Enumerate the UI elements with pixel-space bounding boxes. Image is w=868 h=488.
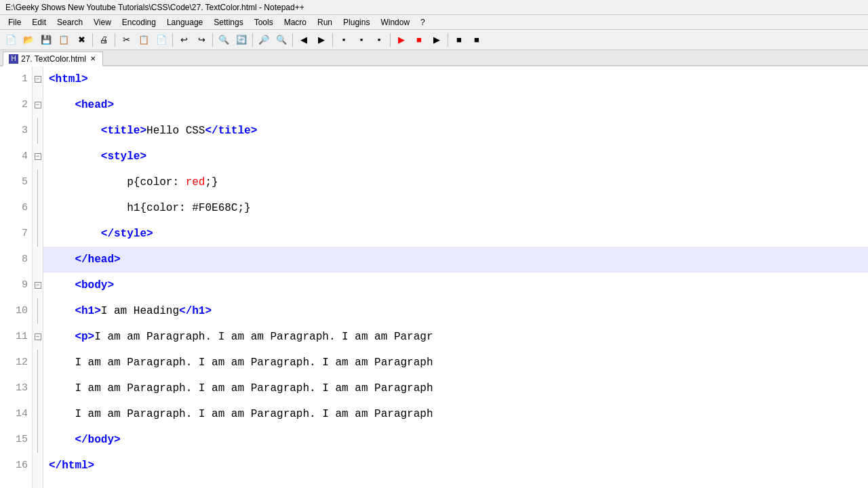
fold-1[interactable]: − — [33, 66, 43, 92]
tb-zoom-out[interactable]: 🔍 — [273, 32, 290, 48]
tab-close-button[interactable]: ✕ — [89, 55, 97, 63]
line-num-8: 8 — [0, 247, 32, 272]
tb-close[interactable]: ✖ — [73, 32, 90, 48]
line-num-7: 7 — [0, 221, 32, 247]
code-indent-2 — [49, 99, 75, 111]
tb-extra2[interactable]: ■ — [469, 32, 485, 48]
tb-prev[interactable]: ◀ — [296, 32, 312, 48]
code-tag-8: </head> — [75, 253, 120, 266]
code-tag-7: </style> — [101, 228, 153, 240]
tb-stop[interactable]: ■ — [411, 32, 427, 48]
tb-marker1[interactable]: ▪ — [336, 32, 352, 48]
code-line-6[interactable]: h1{color: #F0E68C;} — [43, 195, 868, 221]
tb-run[interactable]: ▶ — [393, 32, 410, 48]
fold-5 — [33, 169, 43, 195]
fold-9[interactable]: − — [33, 272, 43, 298]
tb-rec[interactable]: ▶ — [429, 32, 445, 48]
code-tag-10b: </h1> — [179, 305, 212, 317]
code-line-13[interactable]: I am am Paragraph. I am am Paragraph. I … — [43, 375, 868, 401]
code-line-2[interactable]: <head> — [43, 92, 868, 118]
code-text-12: I am am Paragraph. I am am Paragraph. I … — [75, 357, 433, 369]
fold-3 — [33, 118, 43, 144]
code-line-16[interactable]: </html> — [43, 453, 868, 479]
menu-file[interactable]: File — [3, 16, 26, 28]
tb-print[interactable]: 🖨 — [96, 32, 112, 48]
menu-edit[interactable]: Edit — [26, 16, 52, 28]
tb-find[interactable]: 🔍 — [216, 32, 232, 48]
tb-undo[interactable]: ↩ — [176, 32, 192, 48]
code-indent-12 — [49, 357, 75, 369]
code-tag-3b: </title> — [205, 125, 257, 137]
menu-settings[interactable]: Settings — [208, 16, 248, 28]
menu-view[interactable]: View — [88, 16, 117, 28]
tb-next[interactable]: ▶ — [313, 32, 330, 48]
fold-4[interactable]: − — [33, 144, 43, 169]
code-indent-4 — [49, 150, 101, 163]
code-line-11[interactable]: <p>I am am Paragraph. I am am Paragraph.… — [43, 324, 868, 350]
toolbar-sep-4 — [212, 33, 213, 47]
code-tag-10a: <h1> — [75, 305, 100, 317]
toolbar-sep-2 — [115, 33, 115, 47]
tb-redo[interactable]: ↪ — [193, 32, 210, 48]
code-line-8[interactable]: </head> — [43, 247, 868, 272]
tb-marker2[interactable]: ▪ — [353, 32, 370, 48]
line-num-10: 10 — [0, 298, 32, 324]
toolbar-sep-5 — [252, 33, 253, 47]
code-line-12[interactable]: I am am Paragraph. I am am Paragraph. I … — [43, 350, 868, 375]
tb-save[interactable]: 💾 — [38, 32, 54, 48]
code-indent-13 — [49, 382, 75, 394]
code-indent-10 — [49, 305, 75, 317]
line-num-16: 16 — [0, 453, 32, 479]
code-line-7[interactable]: </style> — [43, 221, 868, 247]
menu-window[interactable]: Window — [375, 16, 415, 28]
code-line-3[interactable]: <title>Hello CSS</title> — [43, 118, 868, 144]
menu-search[interactable]: Search — [52, 16, 88, 28]
code-indent-9 — [49, 279, 75, 291]
code-line-15[interactable]: </body> — [43, 427, 868, 453]
code-line-1[interactable]: <html> — [43, 66, 868, 92]
tb-saveall[interactable]: 📋 — [56, 32, 72, 48]
line-num-6: 6 — [0, 195, 32, 221]
line-num-15: 15 — [0, 427, 32, 453]
code-indent-6 — [49, 202, 127, 214]
menu-plugins[interactable]: Plugins — [338, 16, 375, 28]
code-line-10[interactable]: <h1>I am Heading</h1> — [43, 298, 868, 324]
code-content[interactable]: <html> <head> <title>Hello CSS</title> <… — [43, 66, 868, 488]
line-num-2: 2 — [0, 92, 32, 118]
fold-6 — [33, 195, 43, 221]
line-numbers: 1 2 3 4 5 6 7 8 9 10 11 12 13 14 15 16 — [0, 66, 33, 488]
tb-extra1[interactable]: ■ — [451, 32, 467, 48]
tab-textcolor[interactable]: H 27. TextColor.html ✕ — [3, 52, 103, 66]
tb-copy[interactable]: 📋 — [136, 32, 152, 48]
menu-tools[interactable]: Tools — [249, 16, 279, 28]
tb-paste[interactable]: 📄 — [153, 32, 170, 48]
menu-run[interactable]: Run — [312, 16, 338, 28]
line-num-11: 11 — [0, 324, 32, 350]
tb-marker3[interactable]: ▪ — [371, 32, 387, 48]
menu-help[interactable]: ? — [415, 16, 431, 28]
tb-open[interactable]: 📂 — [20, 32, 37, 48]
tb-new[interactable]: 📄 — [3, 32, 19, 48]
code-line-4[interactable]: <style> — [43, 144, 868, 169]
line-num-3: 3 — [0, 118, 32, 144]
code-tag-9: <body> — [75, 279, 114, 291]
line-num-4: 4 — [0, 144, 32, 169]
menu-macro[interactable]: Macro — [279, 16, 312, 28]
tab-file-icon: H — [9, 54, 18, 64]
fold-11: − — [33, 324, 43, 350]
code-line-5[interactable]: p{color: red;} — [43, 169, 868, 195]
code-line-9[interactable]: <body> — [43, 272, 868, 298]
code-indent-5 — [49, 176, 127, 188]
code-area: 1 2 3 4 5 6 7 8 9 10 11 12 13 14 15 16 −… — [0, 66, 868, 488]
code-indent-14 — [49, 408, 75, 420]
menu-language[interactable]: Language — [161, 16, 208, 28]
code-indent-7 — [49, 228, 101, 240]
menu-encoding[interactable]: Encoding — [117, 16, 161, 28]
tb-replace[interactable]: 🔄 — [233, 32, 250, 48]
fold-13 — [33, 375, 43, 401]
fold-2[interactable]: − — [33, 92, 43, 118]
menu-bar: File Edit Search View Encoding Language … — [0, 15, 868, 30]
tb-zoom-in[interactable]: 🔎 — [256, 32, 272, 48]
code-line-14[interactable]: I am am Paragraph. I am am Paragraph. I … — [43, 401, 868, 427]
tb-cut[interactable]: ✂ — [118, 32, 134, 48]
